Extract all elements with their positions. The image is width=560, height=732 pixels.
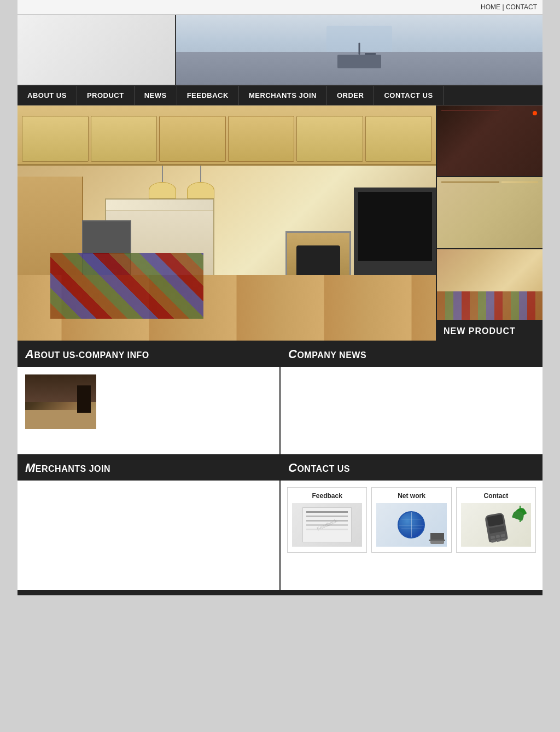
- main-nav: ABOUT US PRODUCT NEWS FEEDBACK MERCHANTS…: [18, 86, 542, 106]
- hero-section: [18, 106, 436, 341]
- merchants-join-body: [18, 481, 279, 590]
- contact-card[interactable]: Contact: [456, 487, 536, 553]
- logo-area: [18, 15, 176, 85]
- about-us-thumbnail: [25, 374, 96, 429]
- top-bar: HOME | CONTACT: [18, 0, 542, 15]
- floor-rug: [50, 253, 203, 319]
- banner-sink-basin: [337, 55, 381, 68]
- pendant-light-1: [149, 166, 176, 198]
- company-news-initial: C: [288, 347, 297, 361]
- network-card-title: Net work: [376, 492, 446, 500]
- thumb-image-1: [437, 106, 542, 176]
- thumb-1[interactable]: [437, 106, 542, 177]
- footer-bar: [18, 591, 542, 595]
- nav-item-feedback[interactable]: FEEDBACK: [177, 86, 239, 105]
- side-thumbnails: NEW PRODUCT: [436, 106, 542, 341]
- thumb-image-3: [437, 249, 542, 320]
- logo-image: [18, 15, 175, 85]
- tv-area: [354, 188, 436, 286]
- feedback-card-title: Feedback: [292, 492, 362, 500]
- feedback-card[interactable]: Feedback Feedback: [287, 487, 367, 553]
- nav-item-order[interactable]: ORDER: [327, 86, 374, 105]
- company-news-header: COMPANY NEWS: [281, 342, 542, 367]
- nav-item-product[interactable]: PRODUCT: [77, 86, 135, 105]
- bottom-grid: MERCHANTS JOIN CONTACT US Feedback: [18, 455, 542, 591]
- banner-image: [176, 15, 542, 85]
- feedback-card-image: Feedback: [292, 503, 362, 547]
- merchants-join-header: MERCHANTS JOIN: [18, 455, 279, 481]
- thumb-2[interactable]: [437, 177, 542, 249]
- about-us-title-rest: BOUT US-COMPANY INFO: [34, 350, 149, 360]
- phone-icon: [482, 508, 510, 541]
- company-news-title-rest: OMPANY NEWS: [297, 350, 366, 360]
- contact-card-image: [461, 503, 531, 547]
- header: [18, 15, 542, 86]
- network-card[interactable]: Net work: [371, 487, 451, 553]
- about-us-section: ABOUT US-COMPANY INFO: [18, 342, 281, 454]
- merchants-join-section: MERCHANTS JOIN: [18, 455, 281, 590]
- laptop-shape: [430, 533, 444, 544]
- contact-us-section: CONTACT US Feedback Feedback: [281, 455, 542, 590]
- thumb-3[interactable]: [437, 249, 542, 321]
- banner-faucet: [359, 43, 360, 55]
- pendant-light-2: [187, 166, 214, 198]
- nav-item-news[interactable]: NEWS: [135, 86, 177, 105]
- plant-decoration: [512, 506, 528, 533]
- contact-card-title: Contact: [461, 492, 531, 500]
- about-us-header: ABOUT US-COMPANY INFO: [18, 342, 279, 367]
- network-card-image: [376, 503, 446, 547]
- cabinet-top: [18, 106, 436, 166]
- new-product-label: NEW PRODUCT: [437, 321, 542, 341]
- globe-icon: [398, 511, 425, 538]
- contact-cards: Feedback Feedback: [281, 481, 542, 559]
- home-link[interactable]: HOME: [481, 3, 500, 11]
- info-grid: ABOUT US-COMPANY INFO COMPANY NEWS: [18, 342, 542, 455]
- about-us-body: [18, 367, 279, 454]
- header-banner: [176, 15, 542, 85]
- contact-us-header: CONTACT US: [281, 455, 542, 481]
- separator: |: [502, 3, 504, 11]
- main-content: NEW PRODUCT: [18, 106, 542, 342]
- thumb-image-2: [437, 177, 542, 248]
- hero-image: [18, 106, 436, 341]
- banner-faucet-arm: [365, 53, 376, 55]
- nav-item-merchants-join[interactable]: MERCHANTS JOIN: [239, 86, 327, 105]
- merchants-join-title-rest: ERCHANTS JOIN: [36, 464, 110, 473]
- merchants-join-initial: M: [25, 461, 36, 475]
- company-news-section: COMPANY NEWS: [281, 342, 542, 454]
- contact-us-initial: C: [288, 461, 297, 475]
- contact-us-title-rest: ONTACT US: [297, 464, 350, 473]
- contact-link[interactable]: CONTACT: [506, 3, 537, 11]
- nav-item-contact-us[interactable]: CONTACT US: [374, 86, 443, 105]
- about-us-text: [102, 374, 272, 447]
- nav-item-about-us[interactable]: ABOUT US: [18, 86, 77, 105]
- company-news-body: [281, 367, 542, 454]
- about-us-initial: A: [25, 347, 34, 361]
